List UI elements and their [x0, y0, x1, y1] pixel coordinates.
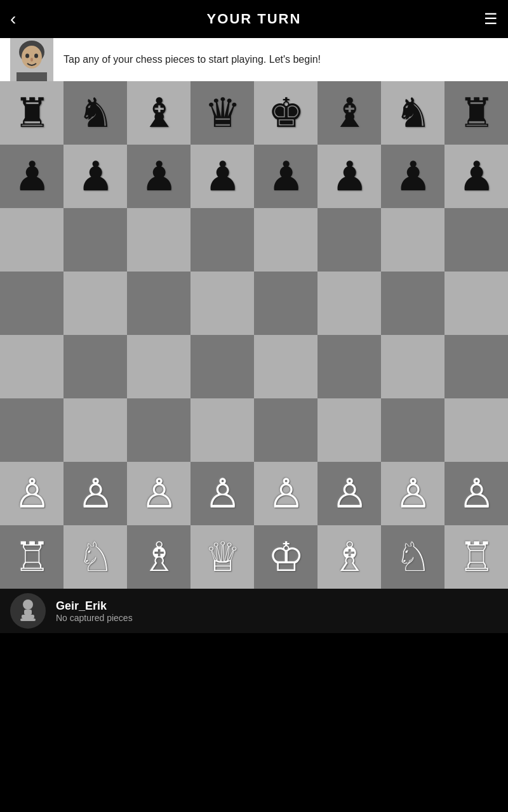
- piece-bb-0-5: ♝: [331, 93, 368, 133]
- cell-1-5[interactable]: ♟: [318, 145, 381, 208]
- player-captured: No captured pieces: [56, 613, 133, 623]
- cell-4-1[interactable]: [64, 335, 127, 398]
- cell-0-4[interactable]: ♚: [254, 81, 318, 145]
- piece-bp-1-1: ♟: [77, 156, 114, 197]
- cell-5-1[interactable]: [64, 398, 127, 462]
- cell-1-7[interactable]: ♟: [444, 145, 508, 208]
- cell-2-4[interactable]: [254, 208, 318, 272]
- cell-2-7[interactable]: [444, 208, 508, 272]
- player-info: Geir_Erik No captured pieces: [56, 599, 133, 623]
- cell-5-5[interactable]: [318, 398, 381, 462]
- cell-5-7[interactable]: [444, 398, 508, 462]
- cell-1-4[interactable]: ♟: [254, 145, 318, 208]
- cell-2-6[interactable]: [381, 208, 444, 272]
- svg-point-7: [23, 599, 33, 610]
- cell-4-3[interactable]: [190, 335, 254, 398]
- piece-wp-6-5: ♙: [331, 473, 368, 514]
- menu-button[interactable]: ☰: [484, 10, 498, 28]
- piece-wp-6-7: ♙: [458, 473, 495, 514]
- cell-2-5[interactable]: [318, 208, 381, 272]
- piece-wb-7-2: ♗: [141, 537, 177, 577]
- cell-1-6[interactable]: ♟: [381, 145, 444, 208]
- piece-bp-1-0: ♟: [14, 156, 50, 197]
- cell-4-0[interactable]: [0, 335, 64, 398]
- svg-rect-8: [24, 610, 32, 615]
- self-avatar: [10, 593, 46, 629]
- cell-6-5[interactable]: ♙: [318, 462, 381, 525]
- piece-bp-1-3: ♟: [204, 156, 241, 197]
- cell-3-2[interactable]: [127, 272, 190, 335]
- piece-wp-6-3: ♙: [204, 473, 241, 514]
- cell-3-7[interactable]: [444, 272, 508, 335]
- piece-bp-1-4: ♟: [268, 156, 304, 197]
- cell-5-0[interactable]: [0, 398, 64, 462]
- cell-7-3[interactable]: ♕: [190, 525, 254, 589]
- cell-0-3[interactable]: ♛: [190, 81, 254, 145]
- cell-7-6[interactable]: ♘: [381, 525, 444, 589]
- cell-6-1[interactable]: ♙: [64, 462, 127, 525]
- cell-6-3[interactable]: ♙: [190, 462, 254, 525]
- cell-7-5[interactable]: ♗: [318, 525, 381, 589]
- piece-bp-1-6: ♟: [395, 156, 431, 197]
- cell-5-3[interactable]: [190, 398, 254, 462]
- cell-6-2[interactable]: ♙: [127, 462, 190, 525]
- cell-2-0[interactable]: [0, 208, 64, 272]
- cell-1-2[interactable]: ♟: [127, 145, 190, 208]
- cell-7-0[interactable]: ♖: [0, 525, 64, 589]
- cell-1-0[interactable]: ♟: [0, 145, 64, 208]
- cell-7-1[interactable]: ♘: [64, 525, 127, 589]
- bottom-area: [0, 633, 508, 812]
- cell-4-6[interactable]: [381, 335, 444, 398]
- piece-wq-7-3: ♕: [204, 537, 241, 577]
- back-button[interactable]: ‹: [10, 9, 16, 29]
- cell-6-4[interactable]: ♙: [254, 462, 318, 525]
- piece-bp-1-2: ♟: [141, 156, 177, 197]
- cell-0-2[interactable]: ♝: [127, 81, 190, 145]
- cell-0-5[interactable]: ♝: [318, 81, 381, 145]
- cell-3-1[interactable]: [64, 272, 127, 335]
- svg-rect-9: [22, 615, 34, 619]
- svg-point-3: [25, 54, 29, 58]
- cell-2-3[interactable]: [190, 208, 254, 272]
- piece-bp-1-7: ♟: [458, 156, 495, 197]
- piece-wn-7-1: ♘: [77, 537, 114, 577]
- cell-4-4[interactable]: [254, 335, 318, 398]
- piece-wr-7-7: ♖: [458, 537, 495, 577]
- cell-3-6[interactable]: [381, 272, 444, 335]
- svg-rect-10: [20, 619, 36, 621]
- cell-6-7[interactable]: ♙: [444, 462, 508, 525]
- cell-2-1[interactable]: [64, 208, 127, 272]
- chess-board[interactable]: ♜♞♝♛♚♝♞♜♟♟♟♟♟♟♟♟♙♙♙♙♙♙♙♙♖♘♗♕♔♗♘♖: [0, 81, 508, 589]
- cell-3-4[interactable]: [254, 272, 318, 335]
- tooltip-bar: Tap any of your chess pieces to start pl…: [0, 38, 508, 81]
- piece-wk-7-4: ♔: [268, 537, 304, 577]
- cell-3-5[interactable]: [318, 272, 381, 335]
- cell-1-3[interactable]: ♟: [190, 145, 254, 208]
- piece-wb-7-5: ♗: [331, 537, 368, 577]
- cell-5-6[interactable]: [381, 398, 444, 462]
- piece-wp-6-1: ♙: [77, 473, 114, 514]
- cell-5-4[interactable]: [254, 398, 318, 462]
- cell-7-2[interactable]: ♗: [127, 525, 190, 589]
- cell-3-0[interactable]: [0, 272, 64, 335]
- piece-wr-7-0: ♖: [14, 537, 50, 577]
- cell-3-3[interactable]: [190, 272, 254, 335]
- cell-5-2[interactable]: [127, 398, 190, 462]
- cell-6-6[interactable]: ♙: [381, 462, 444, 525]
- player-bar: Geir_Erik No captured pieces: [0, 589, 508, 633]
- cell-4-7[interactable]: [444, 335, 508, 398]
- cell-2-2[interactable]: [127, 208, 190, 272]
- cell-4-2[interactable]: [127, 335, 190, 398]
- cell-7-4[interactable]: ♔: [254, 525, 318, 589]
- cell-4-5[interactable]: [318, 335, 381, 398]
- cell-0-6[interactable]: ♞: [381, 81, 444, 145]
- player-name: Geir_Erik: [56, 599, 133, 613]
- tooltip-message: Tap any of your chess pieces to start pl…: [64, 54, 321, 65]
- piece-wp-6-2: ♙: [141, 473, 177, 514]
- cell-0-0[interactable]: ♜: [0, 81, 64, 145]
- cell-7-7[interactable]: ♖: [444, 525, 508, 589]
- cell-0-1[interactable]: ♞: [64, 81, 127, 145]
- cell-0-7[interactable]: ♜: [444, 81, 508, 145]
- cell-6-0[interactable]: ♙: [0, 462, 64, 525]
- cell-1-1[interactable]: ♟: [64, 145, 127, 208]
